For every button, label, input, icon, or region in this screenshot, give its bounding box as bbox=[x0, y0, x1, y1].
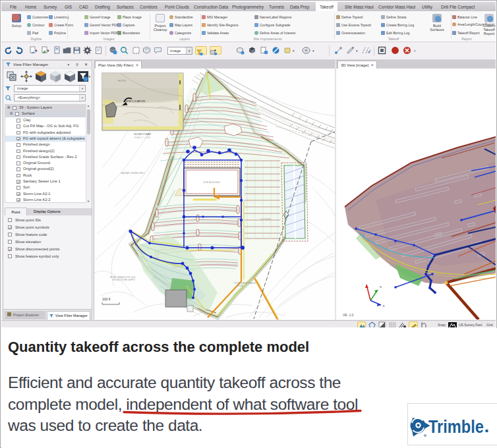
svg-text:N: N bbox=[380, 285, 382, 289]
svg-text:SANITARY SEWER LINE 1: SANITARY SEWER LINE 1 bbox=[121, 172, 145, 175]
svg-text:E: E bbox=[383, 304, 385, 308]
svg-text:ROUND STORE SUPPLY: ROUND STORE SUPPLY bbox=[113, 279, 136, 281]
svg-text:ROOM: ROOM bbox=[237, 285, 243, 287]
svg-text:100 ft: 100 ft bbox=[102, 297, 111, 301]
svg-text:VICINITY MAP: VICINITY MAP bbox=[134, 132, 152, 136]
svg-text:SITE LOCATION: SITE LOCATION bbox=[125, 99, 145, 103]
svg-text:N: N bbox=[285, 219, 287, 221]
svg-text:FM 2920: FM 2920 bbox=[118, 80, 126, 82]
svg-text:SCALE: 1" = 2000': SCALE: 1" = 2000' bbox=[134, 136, 151, 139]
svg-text:100 YR FPL: 100 YR FPL bbox=[260, 218, 272, 221]
svg-text:VE: 1.0: VE: 1.0 bbox=[343, 313, 354, 317]
svg-text:SITE BUILDING: SITE BUILDING bbox=[203, 181, 220, 184]
svg-text:Trimble: Trimble bbox=[428, 416, 484, 437]
